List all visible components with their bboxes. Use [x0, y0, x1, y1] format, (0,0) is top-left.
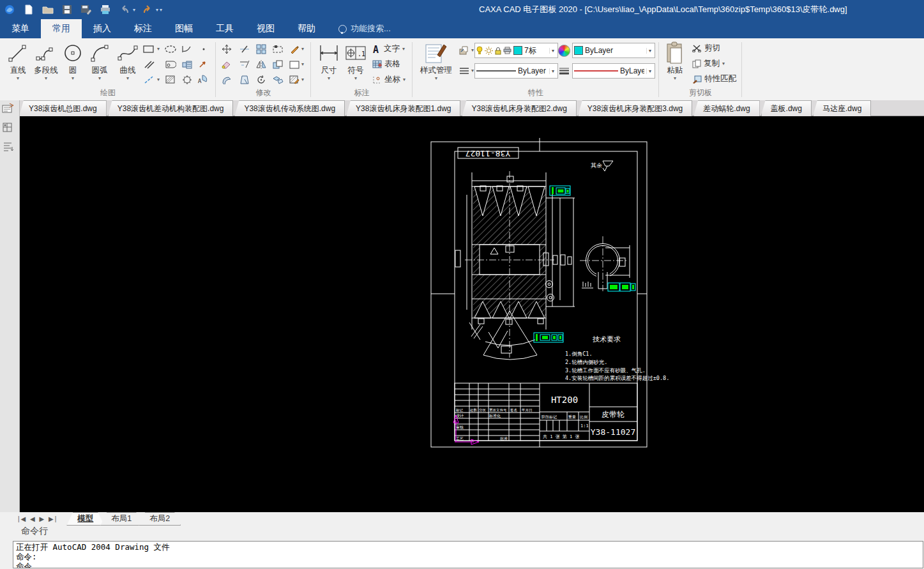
text-pie-icon[interactable]: A [195, 73, 209, 87]
tab-nav-arrows[interactable]: |◀ ◀ ▶ ▶| [18, 515, 57, 522]
linetype-tool-dd-icon[interactable]: ▾ [471, 68, 474, 73]
paste-button[interactable]: 粘贴▾ [662, 41, 688, 81]
menu-tab-sheet[interactable]: 图幅 [163, 19, 204, 38]
tab-layout1[interactable]: 布局1 [100, 512, 142, 526]
hole-plate-icon[interactable] [163, 57, 178, 72]
app-logo-icon[interactable] [3, 3, 17, 17]
panel-properties-icon[interactable] [2, 103, 16, 113]
panel-layer-icon[interactable] [2, 122, 16, 132]
copy-button[interactable]: 复制▾ [692, 58, 725, 69]
extend-icon[interactable] [238, 57, 252, 72]
mirror-icon[interactable] [254, 57, 268, 72]
function-search[interactable]: 功能搜索... [338, 19, 391, 38]
rectangle-tool-icon[interactable] [142, 42, 156, 56]
lineweight-combo[interactable]: ByLayer ▾ [572, 63, 655, 79]
panel-sort-icon[interactable] [2, 141, 16, 151]
color-value: ByLayer [585, 46, 613, 55]
linetype-tool-icon[interactable] [457, 64, 471, 78]
doc-tab[interactable]: Y38滚齿机床身装配图3.dwg [578, 100, 692, 116]
layer-tool-icon[interactable] [457, 43, 471, 57]
redo-dropdown-icon[interactable]: ▾ [156, 7, 158, 13]
trim-icon[interactable] [238, 42, 252, 56]
menu-tab-insert[interactable]: 插入 [82, 19, 123, 38]
undo-icon[interactable] [117, 3, 132, 17]
arc-button[interactable]: 圆弧▾ [86, 41, 114, 81]
menu-tab-home[interactable]: 常用 [41, 19, 82, 38]
color-combo[interactable]: ByLayer ▾ [572, 43, 655, 58]
axis-line-icon[interactable] [142, 73, 156, 87]
gear-tool-icon[interactable] [180, 73, 194, 87]
print-icon[interactable] [98, 3, 112, 17]
layer-combo[interactable]: 7标 ▾ [474, 43, 558, 58]
match-properties-button[interactable]: 特性匹配 [692, 73, 736, 84]
blank-rect-icon[interactable] [287, 57, 301, 72]
color-wheel-icon[interactable] [557, 43, 571, 57]
undo-dropdown-icon[interactable]: ▾ [133, 7, 135, 13]
menu-tab-annotate[interactable]: 标注 [123, 19, 163, 38]
save-as-icon[interactable] [79, 3, 93, 17]
shear-icon[interactable] [238, 73, 252, 87]
erase-icon[interactable] [220, 57, 234, 72]
dimension-button[interactable]: 尺寸▾ [316, 41, 342, 81]
pick-arrow-icon[interactable] [195, 57, 209, 72]
doc-tab[interactable]: 马达座.dwg [813, 100, 871, 116]
ellipse-tool-icon[interactable] [163, 42, 178, 56]
array-icon[interactable] [254, 42, 268, 56]
polyline-button[interactable]: 多段线▾ [32, 41, 60, 81]
point-tool-icon[interactable] [197, 42, 211, 56]
svg-text:签名: 签名 [510, 408, 517, 413]
symbol-button[interactable]: .1 符号▾ [343, 41, 368, 81]
lineweight-tool-icon[interactable] [557, 64, 571, 78]
move-icon[interactable] [220, 42, 234, 56]
doc-tab[interactable]: Y38滚齿机床身装配图1.dwg [346, 100, 460, 116]
title-block: HT200 皮带轮 Y38-11027 阶段标记 重量 比例 1:1 共 1 张… [453, 383, 637, 444]
menu-item-menu[interactable]: 菜单 [0, 19, 41, 38]
formula-curve-icon[interactable] [180, 42, 194, 56]
new-file-icon[interactable] [22, 3, 36, 17]
doc-tab[interactable]: 盖板.dwg [761, 100, 812, 116]
layer-name: 7标 [524, 45, 536, 56]
redo-icon[interactable] [140, 3, 155, 17]
save-icon[interactable] [60, 3, 74, 17]
circle-button[interactable]: 圆▾ [61, 41, 84, 81]
customize-toolbar-icon[interactable]: ▾ [160, 7, 162, 13]
style-manager-button[interactable]: 样式管理▾ [416, 41, 456, 81]
axis-dropdown-icon[interactable]: ▾ [157, 77, 160, 82]
cut-button[interactable]: 剪切 [692, 43, 720, 54]
stretch-icon[interactable] [271, 42, 285, 56]
tab-layout2[interactable]: 布局2 [139, 512, 181, 526]
modify-dd3-icon[interactable]: ▾ [301, 77, 304, 82]
rectangle-dropdown-icon[interactable]: ▾ [157, 46, 160, 52]
hatch-edit-icon[interactable] [287, 73, 301, 87]
doc-tab[interactable]: Y38滚齿机床身装配图2.dwg [462, 100, 576, 116]
modify-dd2-icon[interactable]: ▾ [301, 61, 304, 67]
modify-dd1-icon[interactable]: ▾ [301, 46, 304, 52]
layer-tool-dd-icon[interactable]: ▾ [471, 47, 474, 53]
doc-tab[interactable]: Y38滚齿机传动系统图.dwg [234, 100, 345, 116]
coordinate-button[interactable]: 坐标▾ [372, 74, 405, 85]
doc-tab[interactable]: Y38滚齿机差动机构装配图.dwg [108, 100, 234, 116]
edit-pencil-icon[interactable] [287, 42, 301, 56]
bolt-icon[interactable] [180, 57, 194, 72]
explode-icon[interactable] [271, 73, 285, 87]
drawing-canvas[interactable]: Y38-11027 其余 [0, 116, 924, 512]
rotate-icon[interactable] [254, 73, 268, 87]
tab-model[interactable]: 模型 [66, 512, 104, 526]
table-button[interactable]: 表格 [372, 59, 400, 70]
hatch-tool-icon[interactable] [163, 73, 178, 87]
command-line-box[interactable]: 正在打开 AutoCAD 2004 Drawing 文件 命令: 命令 [13, 541, 923, 568]
menu-tab-help[interactable]: 帮助 [286, 19, 327, 38]
overlap-icon[interactable] [271, 57, 285, 72]
line-button[interactable]: 直线▾ [4, 41, 32, 81]
curve-button[interactable]: 曲线▾ [114, 41, 142, 81]
doc-tab[interactable]: Y38滚齿机总图.dwg [19, 100, 107, 116]
linetype-combo[interactable]: ByLayer ▾ [474, 63, 558, 79]
highlighted-dimensions[interactable] [534, 186, 635, 342]
offset-icon[interactable] [220, 73, 234, 87]
text-button[interactable]: A 文字▾ [372, 43, 405, 54]
doc-tab[interactable]: 差动蜗轮.dwg [693, 100, 759, 116]
parallel-line-icon[interactable] [142, 57, 156, 72]
open-file-icon[interactable] [41, 3, 55, 17]
menu-tab-tools[interactable]: 工具 [204, 19, 245, 38]
menu-tab-view[interactable]: 视图 [245, 19, 286, 38]
